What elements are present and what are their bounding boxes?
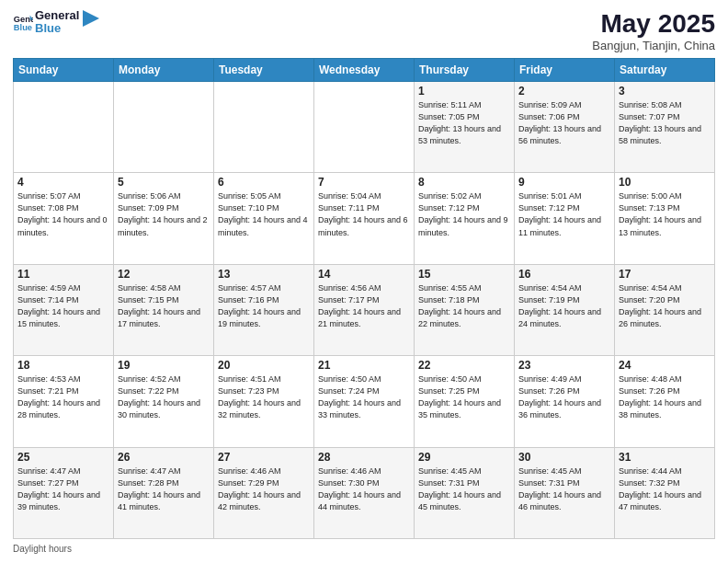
- calendar-cell: 10Sunrise: 5:00 AMSunset: 7:13 PMDayligh…: [615, 173, 715, 264]
- col-header-saturday: Saturday: [615, 59, 715, 82]
- calendar-cell: 12Sunrise: 4:58 AMSunset: 7:15 PMDayligh…: [114, 264, 214, 355]
- day-detail: Sunrise: 4:51 AMSunset: 7:23 PMDaylight:…: [218, 373, 310, 421]
- day-number: 13: [218, 268, 310, 281]
- day-number: 20: [218, 359, 310, 372]
- footer-text: Daylight hours: [13, 544, 72, 554]
- calendar-cell: 8Sunrise: 5:02 AMSunset: 7:12 PMDaylight…: [415, 173, 515, 264]
- day-detail: Sunrise: 5:01 AMSunset: 7:12 PMDaylight:…: [518, 190, 610, 238]
- day-detail: Sunrise: 4:48 AMSunset: 7:26 PMDaylight:…: [619, 373, 711, 421]
- day-detail: Sunrise: 4:47 AMSunset: 7:28 PMDaylight:…: [118, 465, 210, 513]
- day-number: 29: [418, 451, 510, 464]
- day-number: 26: [118, 451, 210, 464]
- day-number: 28: [318, 451, 410, 464]
- footer: Daylight hours: [13, 544, 715, 554]
- day-number: 18: [17, 359, 109, 372]
- calendar-cell: [14, 82, 114, 173]
- day-detail: Sunrise: 4:55 AMSunset: 7:18 PMDaylight:…: [418, 282, 510, 330]
- calendar-cell: 31Sunrise: 4:44 AMSunset: 7:32 PMDayligh…: [615, 447, 715, 538]
- calendar-cell: 24Sunrise: 4:48 AMSunset: 7:26 PMDayligh…: [615, 356, 715, 447]
- logo-icon: General Blue: [13, 12, 33, 32]
- day-detail: Sunrise: 4:58 AMSunset: 7:15 PMDaylight:…: [118, 282, 210, 330]
- day-detail: Sunrise: 4:57 AMSunset: 7:16 PMDaylight:…: [218, 282, 310, 330]
- day-detail: Sunrise: 4:49 AMSunset: 7:26 PMDaylight:…: [518, 373, 610, 421]
- day-number: 3: [619, 85, 711, 98]
- calendar-cell: 3Sunrise: 5:08 AMSunset: 7:07 PMDaylight…: [615, 82, 715, 173]
- day-detail: Sunrise: 4:44 AMSunset: 7:32 PMDaylight:…: [619, 465, 711, 513]
- calendar-cell: 16Sunrise: 4:54 AMSunset: 7:19 PMDayligh…: [515, 264, 615, 355]
- calendar-cell: 21Sunrise: 4:50 AMSunset: 7:24 PMDayligh…: [314, 356, 415, 447]
- calendar-title: May 2025: [592, 9, 715, 39]
- day-detail: Sunrise: 4:54 AMSunset: 7:20 PMDaylight:…: [619, 282, 711, 330]
- calendar-cell: 20Sunrise: 4:51 AMSunset: 7:23 PMDayligh…: [214, 356, 314, 447]
- day-number: 16: [518, 268, 610, 281]
- calendar-week-2: 4Sunrise: 5:07 AMSunset: 7:08 PMDaylight…: [14, 173, 715, 264]
- calendar-cell: 15Sunrise: 4:55 AMSunset: 7:18 PMDayligh…: [415, 264, 515, 355]
- calendar-cell: 2Sunrise: 5:09 AMSunset: 7:06 PMDaylight…: [515, 82, 615, 173]
- calendar-table: SundayMondayTuesdayWednesdayThursdayFrid…: [13, 58, 715, 539]
- calendar-cell: 13Sunrise: 4:57 AMSunset: 7:16 PMDayligh…: [214, 264, 314, 355]
- header: General Blue General Blue May 2025 Bangj…: [13, 9, 715, 52]
- day-number: 31: [619, 451, 711, 464]
- calendar-cell: 29Sunrise: 4:45 AMSunset: 7:31 PMDayligh…: [415, 447, 515, 538]
- day-number: 2: [518, 85, 610, 98]
- day-detail: Sunrise: 4:46 AMSunset: 7:30 PMDaylight:…: [318, 465, 410, 513]
- calendar-cell: [214, 82, 314, 173]
- day-number: 23: [518, 359, 610, 372]
- day-number: 24: [619, 359, 711, 372]
- page: General Blue General Blue May 2025 Bangj…: [0, 0, 728, 563]
- day-number: 10: [619, 176, 711, 189]
- calendar-cell: 19Sunrise: 4:52 AMSunset: 7:22 PMDayligh…: [114, 356, 214, 447]
- day-number: 9: [518, 176, 610, 189]
- calendar-cell: 7Sunrise: 5:04 AMSunset: 7:11 PMDaylight…: [314, 173, 415, 264]
- day-number: 14: [318, 268, 410, 281]
- day-detail: Sunrise: 5:02 AMSunset: 7:12 PMDaylight:…: [418, 190, 510, 238]
- day-number: 21: [318, 359, 410, 372]
- logo: General Blue General Blue: [13, 9, 99, 36]
- calendar-cell: [314, 82, 415, 173]
- day-detail: Sunrise: 4:52 AMSunset: 7:22 PMDaylight:…: [118, 373, 210, 421]
- day-number: 27: [218, 451, 310, 464]
- calendar-cell: 18Sunrise: 4:53 AMSunset: 7:21 PMDayligh…: [14, 356, 114, 447]
- calendar-cell: 23Sunrise: 4:49 AMSunset: 7:26 PMDayligh…: [515, 356, 615, 447]
- calendar-cell: 28Sunrise: 4:46 AMSunset: 7:30 PMDayligh…: [314, 447, 415, 538]
- calendar-cell: 6Sunrise: 5:05 AMSunset: 7:10 PMDaylight…: [214, 173, 314, 264]
- col-header-thursday: Thursday: [415, 59, 515, 82]
- day-detail: Sunrise: 5:06 AMSunset: 7:09 PMDaylight:…: [118, 190, 210, 238]
- calendar-cell: 5Sunrise: 5:06 AMSunset: 7:09 PMDaylight…: [114, 173, 214, 264]
- logo-arrow-icon: [83, 10, 99, 27]
- col-header-monday: Monday: [114, 59, 214, 82]
- calendar-week-1: 1Sunrise: 5:11 AMSunset: 7:05 PMDaylight…: [14, 82, 715, 173]
- calendar-week-3: 11Sunrise: 4:59 AMSunset: 7:14 PMDayligh…: [14, 264, 715, 355]
- day-number: 17: [619, 268, 711, 281]
- calendar-cell: 25Sunrise: 4:47 AMSunset: 7:27 PMDayligh…: [14, 447, 114, 538]
- col-header-wednesday: Wednesday: [314, 59, 415, 82]
- day-number: 15: [418, 268, 510, 281]
- day-number: 8: [418, 176, 510, 189]
- calendar-cell: 4Sunrise: 5:07 AMSunset: 7:08 PMDaylight…: [14, 173, 114, 264]
- calendar-cell: 27Sunrise: 4:46 AMSunset: 7:29 PMDayligh…: [214, 447, 314, 538]
- calendar-subtitle: Bangjun, Tianjin, China: [592, 39, 715, 52]
- col-header-sunday: Sunday: [14, 59, 114, 82]
- svg-marker-3: [83, 10, 99, 27]
- day-number: 11: [17, 268, 109, 281]
- day-detail: Sunrise: 5:04 AMSunset: 7:11 PMDaylight:…: [318, 190, 410, 238]
- calendar-cell: 17Sunrise: 4:54 AMSunset: 7:20 PMDayligh…: [615, 264, 715, 355]
- day-detail: Sunrise: 4:46 AMSunset: 7:29 PMDaylight:…: [218, 465, 310, 513]
- day-detail: Sunrise: 4:45 AMSunset: 7:31 PMDaylight:…: [418, 465, 510, 513]
- day-number: 22: [418, 359, 510, 372]
- day-detail: Sunrise: 5:08 AMSunset: 7:07 PMDaylight:…: [619, 99, 711, 147]
- day-detail: Sunrise: 4:59 AMSunset: 7:14 PMDaylight:…: [17, 282, 109, 330]
- calendar-cell: 26Sunrise: 4:47 AMSunset: 7:28 PMDayligh…: [114, 447, 214, 538]
- day-detail: Sunrise: 5:11 AMSunset: 7:05 PMDaylight:…: [418, 99, 510, 147]
- day-detail: Sunrise: 4:54 AMSunset: 7:19 PMDaylight:…: [518, 282, 610, 330]
- calendar-cell: [114, 82, 214, 173]
- day-number: 12: [118, 268, 210, 281]
- day-detail: Sunrise: 5:00 AMSunset: 7:13 PMDaylight:…: [619, 190, 711, 238]
- day-detail: Sunrise: 5:05 AMSunset: 7:10 PMDaylight:…: [218, 190, 310, 238]
- col-header-tuesday: Tuesday: [214, 59, 314, 82]
- day-detail: Sunrise: 5:07 AMSunset: 7:08 PMDaylight:…: [17, 190, 109, 238]
- calendar-cell: 1Sunrise: 5:11 AMSunset: 7:05 PMDaylight…: [415, 82, 515, 173]
- calendar-cell: 14Sunrise: 4:56 AMSunset: 7:17 PMDayligh…: [314, 264, 415, 355]
- svg-text:Blue: Blue: [14, 24, 32, 33]
- day-number: 30: [518, 451, 610, 464]
